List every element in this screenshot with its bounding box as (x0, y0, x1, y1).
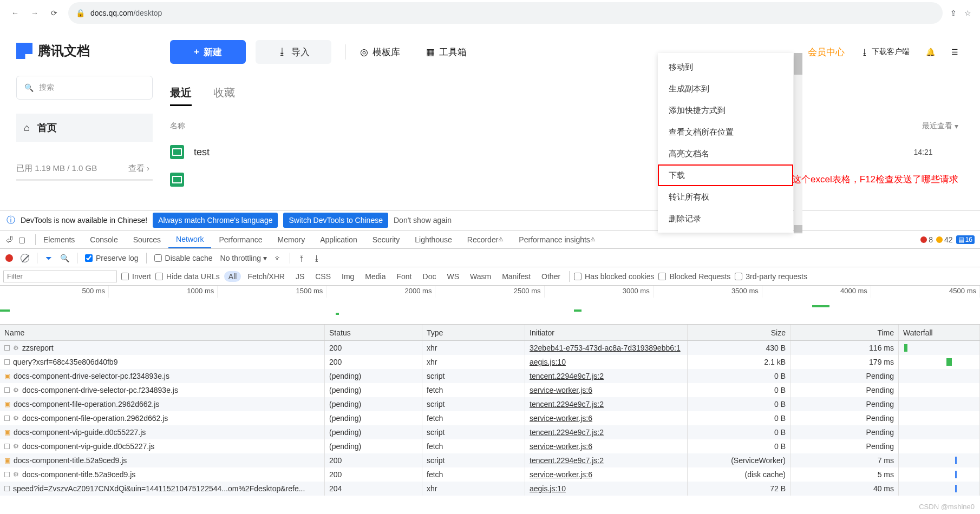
context-menu-scrollbar[interactable] (794, 53, 802, 234)
sidebar-item-home[interactable]: ⌂ 首页 (16, 114, 153, 142)
devtools-tab-network[interactable]: Network (168, 230, 211, 248)
tab-recent[interactable]: 最近 (170, 85, 192, 106)
tab-favorites[interactable]: 收藏 (213, 85, 235, 106)
filter-icon[interactable]: ⏷ (45, 254, 53, 262)
devtools-tab-console[interactable]: Console (82, 230, 125, 248)
search-input[interactable]: 🔍 搜索 (16, 76, 153, 100)
col-status[interactable]: Status (325, 325, 422, 340)
import-button[interactable]: ⭳导入 (256, 40, 331, 64)
col-type[interactable]: Type (422, 325, 525, 340)
devtools-tab-application[interactable]: Application (312, 230, 365, 248)
dismiss-link[interactable]: Don't show again (394, 216, 452, 225)
network-row[interactable]: ⚙docs-component-drive-selector-pc.f23489… (0, 383, 980, 397)
filter-type-font[interactable]: Font (393, 271, 416, 282)
network-row[interactable]: ⚙docs-component-vip-guide.d0c55227.js(pe… (0, 439, 980, 453)
clear-button[interactable] (21, 254, 29, 262)
hide-data-urls-checkbox[interactable]: Hide data URLs (155, 272, 220, 281)
search-icon[interactable]: 🔍 (60, 254, 69, 262)
templates-link[interactable]: ◎模板库 (360, 46, 400, 58)
ctx-item-2[interactable]: 添加快捷方式到 (658, 100, 793, 121)
download-client-link[interactable]: ⭳下载客户端 (861, 47, 910, 57)
filter-type-fetch/xhr[interactable]: Fetch/XHR (243, 271, 289, 282)
switch-language-button[interactable]: Switch DevTools to Chinese (283, 213, 388, 228)
devtools-tab-performance[interactable]: Performance (211, 230, 270, 248)
main-panel: +新建 ⭳导入 ◎模板库 ▦工具箱 会员中心 ⭳下载客户端 🔔 ☰ 最近 收藏 … (162, 26, 980, 210)
col-waterfall[interactable]: Waterfall (899, 325, 980, 340)
toolbox-link[interactable]: ▦工具箱 (426, 46, 467, 58)
menu-icon[interactable]: ☰ (951, 48, 958, 56)
network-row[interactable]: ▣docs-component-title.52a9ced9.js200scri… (0, 453, 980, 467)
new-button[interactable]: +新建 (170, 40, 246, 64)
ctx-item-0[interactable]: 移动到 (658, 56, 793, 78)
network-row[interactable]: ▣docs-component-drive-selector-pc.f23489… (0, 369, 980, 383)
network-row[interactable]: ⚙zzsreport200xhr32ebeb41-e753-473d-ac8a-… (0, 341, 980, 355)
devtools-tab-security[interactable]: Security (365, 230, 408, 248)
device-icon[interactable]: ▢ (18, 235, 25, 244)
storage-view-link[interactable]: 查看 › (128, 163, 149, 174)
network-row[interactable]: query?xsrf=68c435e806d40fb9200xhraegis.j… (0, 355, 980, 369)
col-time[interactable]: 最近查看▾ (888, 121, 958, 131)
vip-link[interactable]: 会员中心 (808, 46, 845, 58)
col-size[interactable]: Size (688, 325, 790, 340)
forward-button[interactable]: → (25, 3, 44, 23)
message-count[interactable]: ▤ 16 (956, 235, 975, 244)
download-icon[interactable]: ⭳ (313, 254, 321, 262)
preserve-log-checkbox[interactable]: Preserve log (85, 254, 139, 262)
back-button[interactable]: ← (5, 3, 25, 23)
file-row-test[interactable]: test 14:21 (170, 136, 958, 168)
devtools-tab-lighthouse[interactable]: Lighthouse (407, 230, 460, 248)
filter-type-wasm[interactable]: Wasm (466, 271, 495, 282)
network-row[interactable]: ⚙docs-component-title.52a9ced9.js200fetc… (0, 467, 980, 482)
devtools-tab-memory[interactable]: Memory (270, 230, 313, 248)
filter-type-all[interactable]: All (224, 271, 241, 282)
template-icon: ◎ (360, 47, 368, 58)
bookmark-icon[interactable]: ☆ (964, 9, 971, 17)
ctx-item-3[interactable]: 查看文档所在位置 (658, 121, 793, 143)
inspect-icon[interactable]: ⮰ (5, 235, 13, 244)
notification-icon[interactable]: 🔔 (926, 48, 935, 56)
network-row[interactable]: ⚙docs-component-file-operation.2962d662.… (0, 411, 980, 425)
filter-type-other[interactable]: Other (537, 271, 565, 282)
disable-cache-checkbox[interactable]: Disable cache (154, 254, 213, 262)
filter-input[interactable] (3, 271, 117, 282)
reload-button[interactable]: ⟳ (44, 3, 64, 23)
ctx-item-6[interactable]: 转让所有权 (658, 186, 793, 208)
wifi-icon[interactable]: ᯤ (275, 254, 282, 262)
network-row[interactable]: ▣docs-component-vip-guide.d0c55227.js(pe… (0, 425, 980, 439)
ctx-item-4[interactable]: 高亮文档名 (658, 143, 793, 164)
address-bar[interactable]: 🔒 docs.qq.com/desktop (68, 2, 943, 24)
filter-type-css[interactable]: CSS (311, 271, 335, 282)
network-timeline[interactable]: 500 ms1000 ms1500 ms2000 ms2500 ms3000 m… (0, 286, 980, 325)
list-header: 名称 最近查看▾ (170, 121, 958, 131)
blocked-requests-checkbox[interactable]: Blocked Requests (658, 272, 730, 281)
filter-type-doc[interactable]: Doc (419, 271, 441, 282)
col-time[interactable]: Time (790, 325, 899, 340)
warning-count[interactable]: 42 (936, 235, 953, 244)
share-icon[interactable]: ⇪ (950, 9, 957, 17)
match-language-button[interactable]: Always match Chrome's language (153, 213, 278, 228)
filter-type-media[interactable]: Media (361, 271, 390, 282)
third-party-checkbox[interactable]: 3rd-party requests (735, 272, 807, 281)
filter-type-manifest[interactable]: Manifest (498, 271, 535, 282)
ctx-item-1[interactable]: 生成副本到 (658, 78, 793, 100)
record-button[interactable] (5, 254, 13, 262)
throttling-select[interactable]: No throttling ▾ (220, 254, 267, 262)
error-count[interactable]: 8 (920, 235, 933, 244)
invert-checkbox[interactable]: Invert (121, 272, 151, 281)
network-row[interactable]: speed?id=ZvszvAcZ0917CNXdQi&uin=14411521… (0, 482, 980, 496)
filter-type-ws[interactable]: WS (442, 271, 463, 282)
filter-type-js[interactable]: JS (291, 271, 309, 282)
col-name[interactable]: Name (0, 325, 325, 340)
filter-type-img[interactable]: Img (337, 271, 358, 282)
ctx-item-7[interactable]: 删除记录 (658, 208, 793, 229)
devtools-tab-elements[interactable]: Elements (36, 230, 82, 248)
brand-logo[interactable]: 腾讯文档 (16, 42, 153, 60)
devtools-tab-recorder[interactable]: Recorder ⚠ (460, 230, 512, 248)
blocked-cookies-checkbox[interactable]: Has blocked cookies (574, 272, 654, 281)
ctx-item-5[interactable]: 下载 (658, 164, 793, 186)
devtools-tab-sources[interactable]: Sources (126, 230, 168, 248)
devtools-tab-performance-insights[interactable]: Performance insights ⚠ (511, 230, 603, 248)
col-initiator[interactable]: Initiator (525, 325, 688, 340)
network-row[interactable]: ▣docs-component-file-operation.2962d662.… (0, 397, 980, 411)
upload-icon[interactable]: ⭱ (298, 254, 305, 262)
